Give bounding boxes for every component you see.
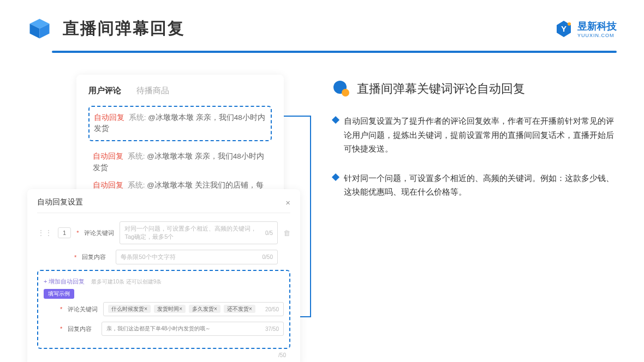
svg-text:Y: Y <box>561 24 567 33</box>
keyword-placeholder: 对同一个问题，可设置多个相近、高频的关键词，Tag确定，最多5个 <box>124 225 265 241</box>
example-content-row: * 回复内容 亲，我们这边都是下单48小时内发货的哦～ 37/50 <box>44 322 284 336</box>
required-star: * <box>74 254 76 261</box>
brand-logo: Y 昱新科技 YUUXIN.COM <box>554 20 617 38</box>
tab-user-comments[interactable]: 用户评论 <box>88 86 121 96</box>
page-title: 直播间弹幕回复 <box>63 17 185 40</box>
rule-number: 1 <box>58 227 71 238</box>
connector-line <box>310 116 311 317</box>
keyword-label: 评论关键词 <box>84 229 114 237</box>
header-left: 直播间弹幕回复 <box>27 16 185 41</box>
page-header: 直播间弹幕回复 Y 昱新科技 YUUXIN.COM <box>0 0 644 41</box>
left-panel: 用户评论 待播商品 自动回复 系统: @冰墩墩本墩 亲亲，我们48小时内发货 自… <box>27 75 300 216</box>
outer-counter: /50 <box>278 352 286 358</box>
example-badge: 填写示例 <box>44 289 74 299</box>
tag-chip[interactable]: 什么时候发货× <box>108 305 151 313</box>
keyword-row: ⋮⋮ 1 * 评论关键词 对同一个问题，可设置多个相近、高频的关键词，Tag确定… <box>37 221 290 244</box>
ex-content-label: 回复内容 <box>68 325 96 333</box>
tag-chip[interactable]: 多久发货× <box>189 305 220 313</box>
ex-content-counter: 37/50 <box>265 326 279 332</box>
main-content: 用户评论 待播商品 自动回复 系统: @冰墩墩本墩 亲亲，我们48小时内发货 自… <box>0 53 644 216</box>
close-icon[interactable]: × <box>285 198 290 207</box>
example-keyword-row: * 评论关键词 什么时候发货× 发货时间× 多久发货× 还不发货× 20/50 <box>44 302 284 316</box>
ex-keyword-input[interactable]: 什么时候发货× 发货时间× 多久发货× 还不发货× 20/50 <box>103 302 284 316</box>
keyword-counter: 0/5 <box>265 230 273 236</box>
diamond-icon <box>332 116 339 124</box>
ex-keyword-counter: 20/50 <box>265 306 279 312</box>
logo-text: 昱新科技 YUUXIN.COM <box>577 20 617 38</box>
diamond-icon <box>332 173 339 180</box>
content-input[interactable]: 每条限50个中文字符 0/50 <box>116 250 278 264</box>
ex-keyword-label: 评论关键词 <box>68 305 98 313</box>
tag-chip[interactable]: 还不发货× <box>224 305 255 313</box>
auto-reply-tag: 自动回复 <box>93 181 123 189</box>
modal-header: 自动回复设置 × <box>37 197 290 213</box>
example-section: + 增加自动回复 最多可建10条 还可以创建9条 填写示例 * 评论关键词 什么… <box>37 270 290 349</box>
logo-cn: 昱新科技 <box>577 20 617 33</box>
logo-en: YUUXIN.COM <box>577 33 615 38</box>
logo-icon: Y <box>554 20 573 38</box>
auto-reply-tag: 自动回复 <box>94 113 124 122</box>
keyword-input[interactable]: 对同一个问题，可设置多个相近、高频的关键词，Tag确定，最多5个 0/5 <box>120 221 278 244</box>
delete-icon[interactable]: 🗑 <box>283 229 290 237</box>
comment-row: 自动回复 系统: @冰墩墩本墩 亲亲，我们48小时内发货 <box>88 148 272 177</box>
drag-handle-icon[interactable]: ⋮⋮ <box>37 228 52 237</box>
required-star: * <box>60 306 62 312</box>
required-star: * <box>76 230 79 236</box>
tab-pending-products[interactable]: 待播商品 <box>136 86 169 96</box>
section-header: 直播间弹幕关键词评论自动回复 <box>333 80 617 98</box>
system-tag: 系统: <box>128 181 145 189</box>
content-counter: 0/50 <box>263 254 273 260</box>
auto-reply-tag: 自动回复 <box>93 152 123 160</box>
connector-line <box>284 116 311 117</box>
content-label: 回复内容 <box>82 253 110 261</box>
bullet-item: 针对同一个问题，可设置多个相近的、高频的关键词。例如：这款多少钱、这块能优惠吗、… <box>333 171 617 199</box>
add-auto-reply-link[interactable]: + 增加自动回复 <box>44 278 85 285</box>
system-tag: 系统: <box>128 152 145 160</box>
cube-icon <box>27 16 52 41</box>
chat-bubble-icon <box>333 80 350 98</box>
bullet-text: 自动回复设置为了提升作者的评论回复效率，作者可在开播前针对常见的评论用户问题，提… <box>344 114 617 156</box>
svg-point-7 <box>342 89 349 96</box>
add-note: 最多可建10条 还可以创建9条 <box>91 279 162 285</box>
content-placeholder: 每条限50个中文字符 <box>121 253 175 261</box>
ex-content-text: 亲，我们这边都是下单48小时内发货的哦～ <box>106 325 211 333</box>
tag-chips: 什么时候发货× 发货时间× 多久发货× 还不发货× <box>108 305 257 313</box>
bullet-item: 自动回复设置为了提升作者的评论回复效率，作者可在开播前针对常见的评论用户问题，提… <box>333 114 617 156</box>
system-tag: 系统: <box>129 113 146 122</box>
modal-title: 自动回复设置 <box>37 197 83 207</box>
svg-point-5 <box>568 22 571 26</box>
content-row: * 回复内容 每条限50个中文字符 0/50 <box>37 250 290 264</box>
highlighted-comment: 自动回复 系统: @冰墩墩本墩 亲亲，我们48小时内发货 <box>88 106 272 141</box>
tabs: 用户评论 待播商品 <box>88 86 272 96</box>
section-title: 直播间弹幕关键词评论自动回复 <box>357 81 525 97</box>
tag-chip[interactable]: 发货时间× <box>154 305 186 313</box>
add-rule-row: + 增加自动回复 最多可建10条 还可以创建9条 <box>44 277 284 286</box>
auto-reply-settings-modal: 自动回复设置 × ⋮⋮ 1 * 评论关键词 对同一个问题，可设置多个相近、高频的… <box>27 189 300 362</box>
ex-content-input[interactable]: 亲，我们这边都是下单48小时内发货的哦～ 37/50 <box>102 322 284 336</box>
required-star: * <box>60 325 62 332</box>
outer-counter-row: /50 <box>37 351 290 359</box>
bullet-text: 针对同一个问题，可设置多个相近的、高频的关键词。例如：这款多少钱、这块能优惠吗、… <box>344 171 617 199</box>
right-panel: 直播间弹幕关键词评论自动回复 自动回复设置为了提升作者的评论回复效率，作者可在开… <box>333 75 617 216</box>
